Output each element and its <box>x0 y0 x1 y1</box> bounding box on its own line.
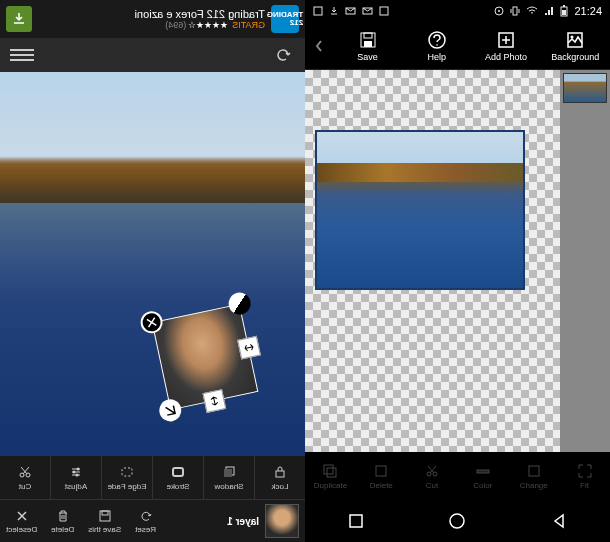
adjust-icon <box>69 465 83 479</box>
chevron-left-icon <box>314 39 324 53</box>
status-left-icons <box>313 6 389 16</box>
svg-point-7 <box>76 474 79 477</box>
svg-rect-3 <box>173 468 183 476</box>
reset-icon <box>139 509 153 523</box>
tool-1[interactable]: Duplicate <box>305 452 356 500</box>
tool-5[interactable]: Change <box>508 452 559 500</box>
undo-icon <box>274 46 292 64</box>
notification-icon <box>379 6 389 16</box>
android-nav-bar <box>305 500 610 542</box>
save-icon <box>358 30 378 50</box>
ad-title: Trading 212 Forex e azioni <box>32 8 265 20</box>
adjust-button[interactable]: Adjust <box>50 456 101 499</box>
signal-icon <box>544 6 554 16</box>
undo-button[interactable] <box>271 43 295 67</box>
download-button[interactable] <box>6 6 32 32</box>
svg-rect-20 <box>563 5 565 7</box>
cut-button[interactable]: Cut <box>0 456 50 499</box>
tool-4[interactable]: Color <box>457 452 508 500</box>
add-photo-icon <box>496 30 516 50</box>
layers-sidebar <box>560 70 610 452</box>
bottom-tools: Duplicate Delete Cut Color Change Fit <box>305 452 610 500</box>
app-top-toolbar: Save Help Add Photo Background <box>305 22 610 70</box>
square-icon <box>348 513 364 529</box>
svg-rect-31 <box>327 468 336 477</box>
fit-icon <box>577 463 593 479</box>
status-time: 21:24 <box>574 5 602 17</box>
cut-icon <box>18 465 32 479</box>
tool-2[interactable]: Delete <box>356 452 407 500</box>
flip-icon <box>163 404 177 418</box>
layer-thumbnail[interactable] <box>563 73 607 103</box>
background-icon <box>565 30 585 50</box>
layer-label: layer 1 <box>227 516 259 527</box>
right-phone-screen: 21:24 Save Help Add Photo Background <box>305 0 610 542</box>
edge-fade-button[interactable]: Edge Fade <box>101 456 152 499</box>
fade-icon <box>120 465 134 479</box>
triangle-icon <box>551 513 567 529</box>
back-button[interactable] <box>305 39 333 53</box>
lock-button[interactable]: Lock <box>254 456 305 499</box>
tool-6[interactable]: Fit <box>559 452 610 500</box>
svg-rect-35 <box>477 470 489 473</box>
placed-photo[interactable] <box>315 130 525 290</box>
reset-button[interactable]: Reset <box>135 509 156 534</box>
layer-thumbnail[interactable] <box>265 504 299 538</box>
svg-rect-4 <box>122 468 132 476</box>
svg-rect-15 <box>380 7 388 15</box>
bottom-toolbar: Lock Shadow Stroke Edge Fade Adjust Cut <box>0 456 305 542</box>
canvas-area <box>305 70 610 452</box>
menu-button[interactable] <box>10 43 34 67</box>
ad-rating-count: (694) <box>165 20 186 30</box>
ad-banner[interactable]: TRADING 212 Trading 212 Forex e azioni G… <box>0 0 305 38</box>
save-button[interactable]: Save <box>333 30 402 62</box>
overlay-photo[interactable] <box>152 304 259 411</box>
ad-rating-stars: ★★★★☆ <box>188 20 228 30</box>
delete-button[interactable]: Delete <box>51 509 74 534</box>
help-icon <box>427 30 447 50</box>
svg-rect-2 <box>224 469 232 477</box>
nav-back-button[interactable] <box>539 501 579 541</box>
svg-rect-0 <box>276 471 284 477</box>
stroke-icon <box>171 465 185 479</box>
nav-home-button[interactable] <box>437 501 477 541</box>
background-button[interactable]: Background <box>541 30 610 62</box>
battery-icon <box>560 5 568 17</box>
svg-rect-11 <box>102 511 108 515</box>
download-status-icon <box>329 6 339 16</box>
stroke-button[interactable]: Stroke <box>152 456 203 499</box>
svg-point-17 <box>498 10 500 12</box>
width-icon <box>243 342 255 354</box>
help-button[interactable]: Help <box>402 30 471 62</box>
trash-icon <box>56 509 70 523</box>
app-toolbar <box>0 38 305 72</box>
status-right-icons: 21:24 <box>494 5 602 17</box>
svg-point-5 <box>77 468 80 471</box>
cut-icon <box>424 463 440 479</box>
mail-icon <box>345 6 356 16</box>
add-photo-button[interactable]: Add Photo <box>472 30 541 62</box>
svg-rect-30 <box>324 465 333 474</box>
height-icon <box>209 395 221 407</box>
tool-3[interactable]: Cut <box>407 452 458 500</box>
svg-rect-23 <box>364 33 372 38</box>
change-icon <box>526 463 542 479</box>
ad-app-icon: TRADING 212 <box>271 5 299 33</box>
editor-canvas[interactable] <box>0 72 305 456</box>
svg-point-29 <box>571 35 574 38</box>
save-this-button[interactable]: Save this <box>88 509 121 534</box>
svg-rect-18 <box>513 7 517 15</box>
deselect-button[interactable]: Deselect <box>6 509 37 534</box>
delete-icon <box>373 463 389 479</box>
svg-point-38 <box>450 514 464 528</box>
notification-icon <box>313 6 323 16</box>
wifi-icon <box>526 6 538 16</box>
transparent-canvas[interactable] <box>305 70 560 452</box>
rotate-icon <box>145 315 159 329</box>
shadow-button[interactable]: Shadow <box>203 456 254 499</box>
nav-recent-button[interactable] <box>336 501 376 541</box>
shadow-icon <box>222 465 236 479</box>
circle-icon <box>448 512 466 530</box>
svg-rect-24 <box>364 41 372 47</box>
lock-icon <box>273 465 287 479</box>
